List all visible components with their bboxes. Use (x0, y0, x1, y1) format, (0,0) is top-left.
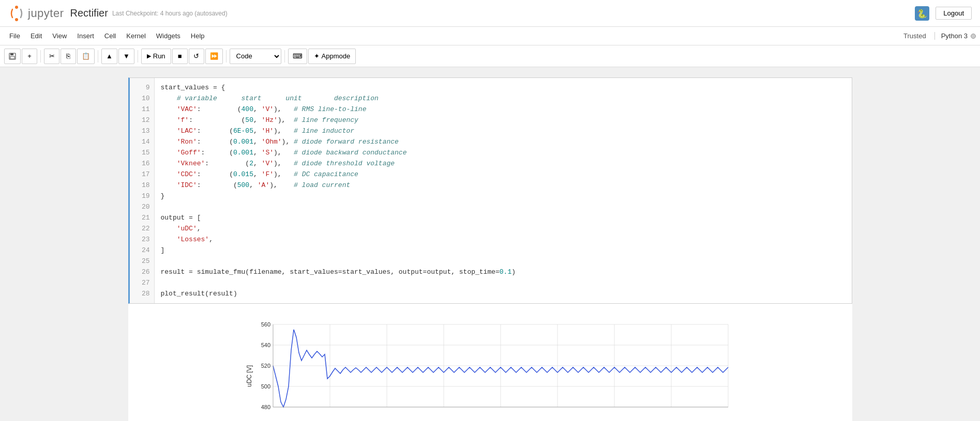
add-cell-button[interactable]: + (22, 49, 37, 64)
fast-forward-button[interactable]: ⏩ (205, 49, 223, 64)
menu-widgets[interactable]: Widgets (151, 30, 186, 42)
udc-chart: uDC [V] (242, 319, 738, 421)
menubar: File Edit View Insert Cell Kernel Widget… (0, 27, 980, 45)
appmode-button[interactable]: ✦ Appmode (308, 49, 356, 64)
stop-button[interactable]: ■ (172, 49, 188, 64)
chart-area: uDC [V] (128, 309, 852, 421)
code-line-18: 'IDC': (500, 'A'), # load current (161, 180, 846, 191)
svg-text:560: 560 (261, 321, 270, 328)
line-num-11: 11 (130, 104, 154, 115)
code-line-23: 'Losses', (161, 234, 846, 245)
checkpoint-info: Last Checkpoint: 4 hours ago (autosaved) (112, 10, 915, 17)
menu-edit[interactable]: Edit (25, 30, 47, 42)
cell-type-select[interactable]: Code Markdown Raw (230, 49, 281, 64)
code-editor[interactable]: start_values = { # variable start unit d… (155, 78, 852, 303)
line-num-15: 15 (130, 147, 154, 158)
code-line-24: ] (161, 245, 846, 256)
code-line-28: plot_result(result) (161, 288, 846, 299)
code-cell[interactable]: 9 10 11 12 13 14 15 16 17 18 19 20 21 22… (128, 77, 852, 304)
line-num-26: 26 (130, 267, 154, 277)
kernel-status-dot (971, 34, 976, 39)
line-num-20: 20 (130, 201, 154, 212)
line-numbers: 9 10 11 12 13 14 15 16 17 18 19 20 21 22… (130, 78, 155, 303)
code-line-20 (161, 201, 846, 212)
code-line-14: 'Ron': (0.001, 'Ohm'), # diode forward r… (161, 136, 846, 147)
menu-insert[interactable]: Insert (72, 30, 99, 42)
code-line-17: 'CDC': (0.015, 'F'), # DC capacitance (161, 169, 846, 180)
header-right: 🐍 Logout (915, 6, 972, 21)
svg-rect-5 (10, 53, 13, 55)
code-line-15: 'Goff': (0.001, 'S'), # diode backward c… (161, 147, 846, 158)
cut-button[interactable]: ✂ (44, 49, 59, 64)
menu-kernel[interactable]: Kernel (121, 30, 151, 42)
line-num-14: 14 (130, 136, 154, 147)
line-num-25: 25 (130, 256, 154, 267)
keyboard-shortcut-button[interactable]: ⌨ (288, 49, 307, 64)
code-line-9: start_values = { (161, 82, 846, 93)
kernel-label: Python 3 (941, 32, 968, 40)
line-num-12: 12 (130, 115, 154, 126)
run-button[interactable]: ▶ Run (141, 49, 171, 64)
logo: jupyter (8, 5, 64, 22)
separator-4 (226, 50, 227, 63)
toolbar: + ✂ ⎘ 📋 ▲ ▼ ▶ Run ■ ↺ ⏩ Code Markdown Ra… (0, 45, 980, 67)
save-button[interactable] (4, 49, 21, 64)
cell-content: 9 10 11 12 13 14 15 16 17 18 19 20 21 22… (130, 78, 852, 303)
save-icon (9, 53, 16, 60)
notebook-title[interactable]: Rectifier (70, 7, 108, 19)
code-line-27 (161, 277, 846, 288)
code-line-25 (161, 256, 846, 267)
menu-file[interactable]: File (4, 30, 25, 42)
restart-button[interactable]: ↺ (189, 49, 204, 64)
line-num-27: 27 (130, 277, 154, 288)
menu-cell[interactable]: Cell (99, 30, 121, 42)
separator-3 (138, 50, 138, 63)
svg-rect-6 (10, 56, 14, 59)
kernel-info: Python 3 (934, 32, 976, 40)
paste-button[interactable]: 📋 (77, 49, 95, 64)
logout-button[interactable]: Logout (936, 7, 972, 20)
line-num-18: 18 (130, 180, 154, 191)
svg-text:🐍: 🐍 (917, 9, 927, 19)
menu-view[interactable]: View (47, 30, 72, 42)
code-line-19: } (161, 191, 846, 201)
svg-text:uDC [V]: uDC [V] (246, 365, 253, 387)
code-line-26: result = simulate_fmu(filename, start_va… (161, 267, 846, 277)
svg-text:480: 480 (261, 404, 270, 410)
trusted-area: Trusted Python 3 (903, 32, 976, 40)
svg-point-1 (15, 18, 18, 21)
line-num-10: 10 (130, 93, 154, 104)
code-line-22: 'uDC', (161, 223, 846, 234)
run-label: Run (153, 52, 165, 60)
header: jupyter Rectifier Last Checkpoint: 4 hou… (0, 0, 980, 27)
line-num-9: 9 (130, 82, 154, 93)
menu-help[interactable]: Help (186, 30, 210, 42)
line-num-24: 24 (130, 245, 154, 256)
code-line-13: 'LAC': (6E-05, 'H'), # line inductor (161, 126, 846, 136)
move-down-button[interactable]: ▼ (118, 49, 134, 64)
line-num-13: 13 (130, 126, 154, 136)
svg-text:540: 540 (261, 342, 270, 348)
code-line-11: 'VAC': (400, 'V'), # RMS line-to-line (161, 104, 846, 115)
jupyter-logo-icon (8, 5, 25, 22)
line-num-23: 23 (130, 234, 154, 245)
appmode-icon: ✦ (314, 52, 320, 60)
copy-button[interactable]: ⎘ (61, 49, 76, 64)
trusted-label: Trusted (903, 32, 926, 40)
line-num-17: 17 (130, 169, 154, 180)
line-num-22: 22 (130, 223, 154, 234)
svg-text:500: 500 (261, 383, 270, 389)
line-num-19: 19 (130, 191, 154, 201)
separator-2 (98, 50, 98, 63)
code-line-21: output = [ (161, 212, 846, 223)
line-num-16: 16 (130, 158, 154, 169)
move-up-button[interactable]: ▲ (101, 49, 117, 64)
code-line-10: # variable start unit description (161, 93, 846, 104)
output-area: uDC [V] (128, 304, 852, 421)
separator-5 (284, 50, 285, 63)
separator-1 (40, 50, 41, 63)
python-logo-icon: 🐍 (915, 6, 929, 21)
main-content: 9 10 11 12 13 14 15 16 17 18 19 20 21 22… (0, 67, 980, 421)
svg-point-0 (15, 6, 18, 9)
line-num-28: 28 (130, 288, 154, 299)
